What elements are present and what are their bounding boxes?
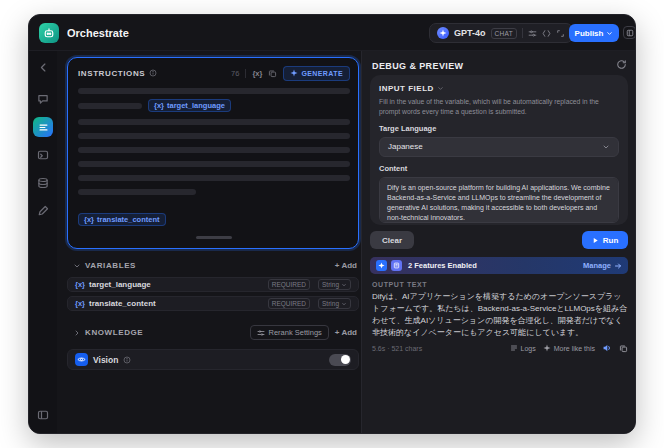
char-count: 76 — [231, 69, 239, 78]
collapse-panel-icon[interactable] — [37, 409, 49, 421]
add-variable-button[interactable]: + Add — [335, 261, 357, 270]
chevron-right-icon — [73, 329, 81, 337]
insert-variable-button[interactable]: {x} — [252, 69, 262, 78]
instructions-header: INSTRUCTIONS 76 {x} GENERATE — [78, 65, 350, 81]
required-badge: REQUIRED — [268, 298, 310, 309]
clear-button[interactable]: Clear — [370, 231, 414, 249]
app-window: Orchestrate GPT-4o CHAT Publ — [28, 14, 636, 434]
manage-features-button[interactable]: Manage — [583, 261, 622, 270]
skeleton-line — [78, 103, 142, 109]
output-text-title: OUTPUT TEXT — [372, 281, 427, 288]
output-text: Difyは、AIアプリケーションを構築するためのオープンソースプラットフォームで… — [372, 291, 628, 339]
left-nav-rail — [29, 51, 57, 434]
target-language-label: Targe Language — [379, 124, 619, 133]
feature-citation-icon — [391, 260, 402, 271]
window-settings-button[interactable] — [623, 26, 636, 39]
feature-speech-icon — [376, 260, 387, 271]
top-bar: Orchestrate GPT-4o CHAT Publ — [29, 15, 636, 51]
vision-toggle[interactable] — [329, 354, 351, 366]
required-badge: REQUIRED — [268, 279, 310, 290]
variable-token-icon: {x} — [75, 299, 85, 308]
debug-title: DEBUG & PREVIEW — [372, 61, 464, 71]
skeleton-line — [78, 175, 350, 181]
model-tokens-icon[interactable] — [542, 29, 551, 38]
skeleton-line — [78, 133, 350, 139]
variables-header[interactable]: VARIABLES + Add — [73, 261, 357, 270]
back-arrow-icon[interactable] — [37, 61, 49, 73]
model-provider-icon — [437, 27, 449, 39]
chevron-down-icon — [73, 262, 81, 270]
prompt-line: {x} translate_content — [78, 208, 166, 226]
page-title: Orchestrate — [67, 27, 129, 39]
vision-row: Vision — [67, 349, 359, 370]
tools-nav-icon[interactable] — [37, 205, 49, 217]
features-count-label: 2 Features Enabled — [408, 261, 477, 270]
skeleton-line — [78, 161, 350, 167]
speaker-icon[interactable] — [602, 343, 612, 353]
debug-panel: DEBUG & PREVIEW INPUT FIELD Fill in the … — [361, 51, 636, 434]
chevron-down-icon — [602, 143, 610, 151]
divider — [245, 69, 246, 78]
variable-row[interactable]: {x} target_language REQUIRED String — [67, 277, 359, 292]
model-params-icon[interactable] — [528, 29, 537, 38]
vision-eye-icon — [75, 353, 88, 366]
resize-handle[interactable] — [196, 236, 232, 239]
refresh-icon[interactable] — [616, 59, 627, 70]
variable-token-icon: {x} — [75, 280, 85, 289]
type-badge: String — [318, 279, 351, 290]
skeleton-line — [78, 189, 196, 195]
content-textarea[interactable]: Dify is an open-source platform for buil… — [379, 177, 619, 223]
knowledge-header[interactable]: KNOWLEDGE Rerank Settings + Add — [73, 325, 357, 340]
run-button[interactable]: Run — [582, 231, 628, 249]
chevron-down-icon — [437, 85, 444, 92]
model-expand-icon[interactable] — [556, 29, 565, 38]
chat-mode-badge: CHAT — [491, 28, 517, 39]
variable-row[interactable]: {x} translate_content REQUIRED String — [67, 296, 359, 311]
divider — [522, 28, 523, 38]
rerank-settings-button[interactable]: Rerank Settings — [250, 325, 328, 340]
info-icon[interactable] — [123, 356, 131, 364]
input-field-card: INPUT FIELD Fill in the value of the var… — [370, 75, 628, 225]
target-language-select[interactable]: Japanese — [379, 137, 619, 157]
vision-label: Vision — [93, 355, 118, 365]
output-footer: 5.6s · 521 chars Logs More like this — [372, 343, 628, 353]
instructions-title: INSTRUCTIONS — [78, 69, 145, 78]
orchestrate-nav-icon[interactable] — [33, 117, 53, 137]
dataset-nav-icon[interactable] — [37, 177, 49, 189]
publish-button[interactable]: Publish — [569, 24, 619, 42]
type-badge: String — [318, 298, 351, 309]
copy-icon[interactable] — [268, 69, 277, 78]
add-knowledge-button[interactable]: + Add — [335, 328, 357, 337]
variable-chip-target-language[interactable]: {x} target_language — [148, 99, 231, 112]
publish-label: Publish — [575, 29, 604, 38]
info-icon[interactable] — [149, 69, 157, 77]
output-meta: 5.6s · 521 chars — [372, 345, 422, 352]
page-background: Orchestrate GPT-4o CHAT Publ — [0, 0, 664, 448]
terminal-nav-icon[interactable] — [37, 149, 49, 161]
features-bar: 2 Features Enabled Manage — [370, 257, 628, 274]
variables-title: VARIABLES — [85, 261, 136, 270]
input-field-header[interactable]: INPUT FIELD — [379, 84, 619, 93]
model-selector[interactable]: GPT-4o CHAT — [429, 23, 573, 43]
app-logo-icon — [39, 23, 59, 43]
input-field-description: Fill in the value of the variable, which… — [379, 97, 619, 117]
skeleton-line — [78, 147, 350, 153]
generate-label: GENERATE — [301, 70, 343, 77]
more-like-this-button[interactable]: More like this — [543, 344, 595, 352]
generate-button[interactable]: GENERATE — [283, 66, 350, 81]
model-name: GPT-4o — [454, 28, 486, 38]
logs-button[interactable]: Logs — [510, 344, 536, 352]
variable-chip-translate-content[interactable]: {x} translate_content — [78, 213, 166, 226]
instructions-editor[interactable]: INSTRUCTIONS 76 {x} GENERATE — [67, 57, 359, 249]
skeleton-line — [78, 88, 350, 94]
knowledge-title: KNOWLEDGE — [85, 328, 143, 337]
copy-output-icon[interactable] — [619, 344, 628, 353]
prompt-line: {x} target_language — [78, 99, 231, 112]
skeleton-line — [78, 119, 350, 125]
content-label: Content — [379, 164, 619, 173]
chat-nav-icon[interactable] — [37, 93, 49, 105]
